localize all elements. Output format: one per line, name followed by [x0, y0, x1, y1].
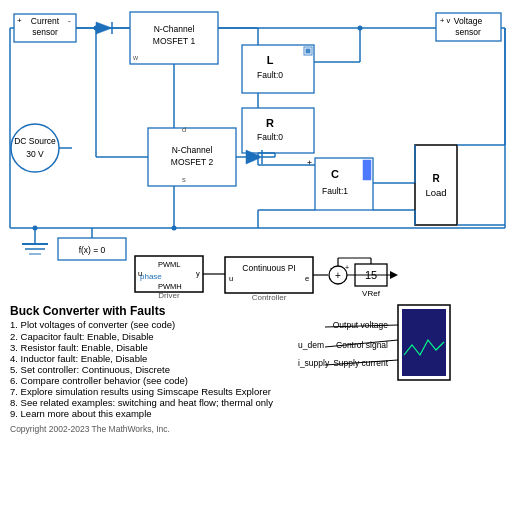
svg-text:L: L [267, 54, 274, 66]
svg-text:Controller: Controller [252, 293, 287, 302]
svg-text:7. Explore simulation results : 7. Explore simulation results using Sims… [10, 386, 271, 397]
svg-text:-: - [68, 16, 71, 25]
svg-rect-130 [306, 49, 311, 54]
svg-text:9. Learn more about this examp: 9. Learn more about this example [10, 408, 152, 419]
svg-text:Fault:0: Fault:0 [257, 70, 283, 80]
svg-text:Fault:1: Fault:1 [322, 186, 348, 196]
svg-text:3. Resistor fault: Enable, Dis: 3. Resistor fault: Enable, Disable [10, 342, 148, 353]
svg-text:C: C [331, 168, 339, 180]
svg-rect-153 [415, 145, 457, 225]
svg-text:Fault:0: Fault:0 [257, 132, 283, 142]
svg-text:6. Compare controller behavior: 6. Compare controller behavior (see code… [10, 375, 188, 386]
svg-text:phase: phase [140, 272, 162, 281]
svg-text:i_supply: i_supply [298, 358, 330, 368]
svg-rect-142 [363, 160, 371, 180]
svg-text:Load: Load [425, 187, 446, 198]
svg-rect-218 [402, 309, 446, 376]
svg-text:VRef: VRef [362, 289, 381, 298]
svg-text:MOSFET 1: MOSFET 1 [153, 36, 196, 46]
svg-text:+: + [307, 158, 312, 168]
svg-text:sensor: sensor [32, 27, 58, 37]
svg-text:R: R [266, 117, 274, 129]
svg-text:1. Plot voltages of converter : 1. Plot voltages of converter (see code) [10, 319, 175, 330]
svg-text:f(x) = 0: f(x) = 0 [79, 245, 106, 255]
full-svg: Current sensor + - N-Channel MOSFET 1 w … [0, 0, 517, 514]
svg-text:u_dem: u_dem [298, 340, 324, 350]
svg-text:5. Set controller: Continuous,: 5. Set controller: Continuous, Discrete [10, 364, 170, 375]
svg-point-170 [33, 226, 38, 231]
svg-text:Driver: Driver [158, 291, 180, 300]
svg-text:8. See related examples: switc: 8. See related examples: switching and h… [10, 397, 273, 408]
svg-point-178 [172, 226, 177, 231]
svg-point-181 [94, 26, 99, 31]
svg-text:PWML: PWML [158, 260, 181, 269]
svg-point-134 [358, 26, 363, 31]
svg-text:s: s [182, 175, 186, 184]
svg-text:+: + [17, 16, 22, 25]
svg-text:PWMH: PWMH [158, 282, 182, 291]
svg-text:4. Inductor fault: Enable, Dis: 4. Inductor fault: Enable, Disable [10, 353, 147, 364]
svg-text:+: + [335, 270, 341, 281]
svg-text:N-Channel: N-Channel [172, 145, 213, 155]
svg-text:Current: Current [31, 16, 60, 26]
svg-text:Voltage: Voltage [454, 16, 483, 26]
svg-text:Copyright 2002-2023 The MathWo: Copyright 2002-2023 The MathWorks, Inc. [10, 424, 170, 434]
svg-rect-126 [242, 45, 314, 93]
svg-text:+: + [345, 264, 349, 271]
svg-text:DC Source: DC Source [14, 136, 56, 146]
svg-text:u: u [229, 274, 233, 283]
svg-text:sensor: sensor [455, 27, 481, 37]
svg-text:Buck Converter with Faults: Buck Converter with Faults [10, 304, 166, 318]
svg-marker-216 [390, 271, 398, 279]
svg-text:w: w [132, 54, 139, 61]
svg-text:MOSFET 2: MOSFET 2 [171, 157, 214, 167]
svg-point-161 [11, 124, 59, 172]
svg-text:y: y [196, 269, 200, 278]
full-page: Current sensor + - N-Channel MOSFET 1 w … [0, 0, 517, 514]
svg-text:Continuous PI: Continuous PI [242, 263, 295, 273]
svg-text:R: R [432, 173, 440, 184]
svg-text:30 V: 30 V [26, 149, 44, 159]
svg-text:e: e [305, 274, 309, 283]
svg-text:N-Channel: N-Channel [154, 24, 195, 34]
svg-text:d: d [182, 125, 186, 134]
svg-text:+ v: + v [440, 16, 450, 25]
svg-rect-135 [242, 108, 314, 153]
svg-text:u: u [138, 269, 142, 278]
svg-text:2. Capacitor fault: Enable, Di: 2. Capacitor fault: Enable, Disable [10, 331, 154, 342]
